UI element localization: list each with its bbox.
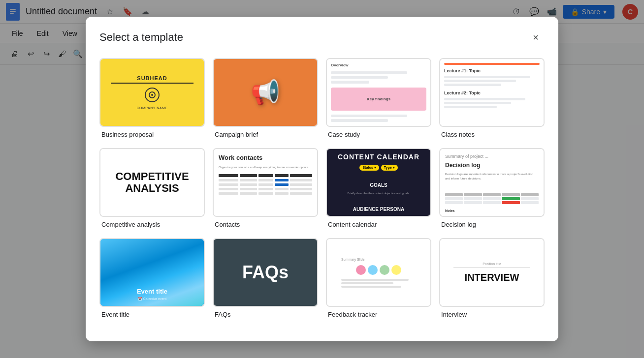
thumb-int-position: Position title <box>453 262 530 268</box>
template-thumb-interview: Position title INTERVIEW <box>439 238 545 307</box>
template-card-faqs[interactable]: FAQs FAQs <box>213 238 318 320</box>
thumb-dl-d2 <box>464 197 482 200</box>
thumb-wc-r4c5 <box>290 192 312 195</box>
thumb-wc-r3c4 <box>275 188 289 190</box>
thumb-cs-bar-1 <box>331 71 407 74</box>
template-label-event-title: Event title <box>99 307 205 320</box>
template-thumb-contacts: Work contacts Organize your contacts and… <box>213 148 318 217</box>
thumb-et-content: Event title 📅 Calendar event <box>137 288 167 301</box>
thumb-wc-r1c1 <box>219 179 238 181</box>
thumb-cs-key: Key findings <box>367 97 390 101</box>
thumb-wc-r2c3 <box>258 183 273 186</box>
template-card-business-proposal[interactable]: SUBHEAD COMPANY NAME Business proposal <box>99 58 205 140</box>
thumb-cc-audience: AUDIENCE PERSONA <box>353 207 404 212</box>
thumb-dl-c1 <box>445 193 463 196</box>
thumb-ft-bubble-2 <box>368 265 378 275</box>
template-card-interview[interactable]: Position title INTERVIEW Interview <box>439 238 545 320</box>
thumb-wc-col-h2 <box>240 174 257 177</box>
thumb-wc-r4c1 <box>219 192 238 195</box>
thumb-cs-pink: Key findings <box>331 88 426 111</box>
template-card-competitive-analysis[interactable]: COMPETITIVEANALYSIS Competitive analysis <box>99 148 205 230</box>
thumb-cc-goals: GOALS <box>370 182 387 188</box>
modal-close-button[interactable]: × <box>527 29 545 46</box>
template-card-decision-log[interactable]: Summary of project ... Decision log Deci… <box>439 148 545 230</box>
thumb-dl-d5 <box>521 197 539 200</box>
template-label-interview: Interview <box>439 307 545 320</box>
thumb-wc-r2c5 <box>290 183 312 186</box>
template-grid: SUBHEAD COMPANY NAME Business proposal <box>86 54 558 341</box>
template-card-feedback-tracker[interactable]: Summary Slide F <box>326 238 431 320</box>
template-label-feedback-tracker: Feedback tracker <box>326 307 431 320</box>
template-label-campaign-brief: Campaign brief <box>213 127 318 140</box>
thumb-wc-col-h3 <box>258 174 273 177</box>
thumb-bp-subhead: SUBHEAD <box>111 75 193 84</box>
thumb-bp-circle <box>145 88 160 102</box>
template-card-content-calendar[interactable]: CONTENT CALENDAR Status ▾ Type ▾ GOALS B… <box>326 148 431 230</box>
thumb-wc-row-2 <box>219 183 312 186</box>
template-label-faqs: FAQs <box>213 307 318 320</box>
thumb-cs-bar-3 <box>331 81 369 84</box>
thumb-wc-row-4 <box>219 192 312 195</box>
thumb-et: Event title 📅 Calendar event <box>100 239 204 306</box>
template-card-contacts[interactable]: Work contacts Organize your contacts and… <box>213 148 318 230</box>
thumb-cs-overview: Overview <box>331 63 426 67</box>
template-label-decision-log: Decision log <box>439 217 545 230</box>
thumb-int-content: Position title INTERVIEW <box>440 258 544 287</box>
thumb-dl-d3 <box>483 197 501 200</box>
thumb-dl-c4 <box>502 193 519 196</box>
thumb-cs-findings-label: Key findings <box>367 97 390 101</box>
thumb-cn-lecture2: Lecture #2: Topic <box>444 90 540 95</box>
thumb-int: Position title INTERVIEW <box>440 239 544 306</box>
template-card-case-study[interactable]: Overview Key findings Case study <box>326 58 431 140</box>
thumb-dl-d4 <box>502 197 519 200</box>
thumb-cn-l4 <box>444 98 525 100</box>
template-thumb-event-title: Event title 📅 Calendar event <box>99 238 205 307</box>
thumb-int-text: INTERVIEW <box>465 272 519 283</box>
thumb-wc-row-1 <box>219 179 312 181</box>
megaphone-icon: 📢 <box>251 79 280 106</box>
thumb-dl-desc: Decision logs are important references t… <box>445 172 539 181</box>
thumb-cc-tag-2: Type ▾ <box>381 165 398 171</box>
thumb-cn-l2 <box>444 80 516 82</box>
thumb-ft-lines <box>341 279 416 288</box>
close-icon: × <box>533 32 539 43</box>
template-card-campaign-brief[interactable]: 📢 Campaign brief <box>213 58 318 140</box>
thumb-wc-r2c2 <box>240 183 257 186</box>
thumb-faq: FAQs <box>214 239 317 306</box>
thumb-dl-meta: Summary of project ... <box>445 154 539 159</box>
thumb-dl-e1 <box>445 201 463 204</box>
template-label-competitive-analysis: Competitive analysis <box>99 217 205 230</box>
thumb-et-sub: 📅 Calendar event <box>137 297 167 301</box>
thumb-ft-l2 <box>341 282 393 284</box>
thumb-wc-col-h1 <box>219 174 238 177</box>
thumb-dl-d1 <box>445 197 463 200</box>
thumb-wc-desc: Organize your contacts and keep everythi… <box>219 165 312 169</box>
thumb-cn-l1 <box>444 76 530 78</box>
template-label-class-notes: Class notes <box>439 127 545 140</box>
thumb-cn: Lecture #1: Topic Lecture #2: Topic <box>440 59 544 126</box>
modal-header: Select a template × <box>86 17 558 54</box>
thumb-wc-r4c3 <box>258 192 273 195</box>
thumb-wc-r3c5 <box>290 188 312 190</box>
modal-title: Select a template <box>99 31 183 44</box>
thumb-cb: 📢 <box>214 59 317 126</box>
template-thumb-business-proposal: SUBHEAD COMPANY NAME <box>99 58 205 127</box>
thumb-cn-l5 <box>444 102 511 104</box>
template-label-case-study: Case study <box>326 127 431 140</box>
thumb-ft-bubble-3 <box>380 265 389 275</box>
template-label-content-calendar: Content calendar <box>326 217 431 230</box>
thumb-ft-l1 <box>341 279 409 281</box>
template-thumb-case-study: Overview Key findings <box>326 58 431 127</box>
thumb-wc-col-h5 <box>290 174 312 177</box>
thumb-ft: Summary Slide <box>327 239 430 306</box>
thumb-cc-tags: Status ▾ Type ▾ <box>359 165 397 171</box>
thumb-wc-r1c3 <box>258 179 273 181</box>
template-thumb-decision-log: Summary of project ... Decision log Deci… <box>439 148 545 217</box>
template-card-class-notes[interactable]: Lecture #1: Topic Lecture #2: Topic Clas… <box>439 58 545 140</box>
thumb-dl-e2 <box>464 201 482 204</box>
thumb-ft-meta: Summary Slide <box>341 258 364 261</box>
modal-overlay[interactable]: Select a template × SUBHEAD <box>0 0 644 358</box>
thumb-wc-title: Work contacts <box>219 154 312 161</box>
template-card-event-title[interactable]: Event title 📅 Calendar event Event title <box>99 238 205 320</box>
template-thumb-faqs: FAQs <box>213 238 318 307</box>
